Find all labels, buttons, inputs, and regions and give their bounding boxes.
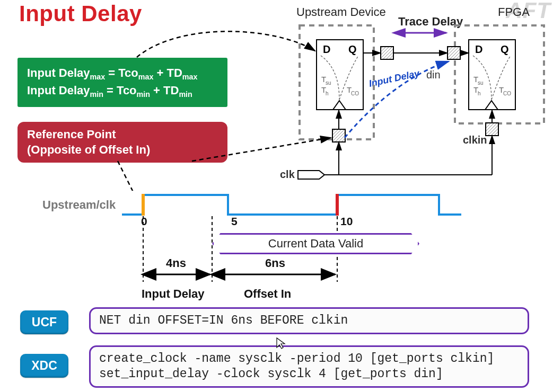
flipflop-upstream: D Q Tsu Th TCO [317,40,363,110]
four-ns-label: 4ns [166,256,186,270]
clkin-label: clkin [463,134,487,146]
tick-5: 5 [231,215,238,228]
svg-rect-21 [381,47,393,59]
mouse-cursor-icon [276,337,286,350]
ucf-button: UCF [20,310,68,334]
ucf-code: NET din OFFSET=IN 6ns BEFORE clkin [89,307,529,334]
six-ns-label: 6ns [265,256,285,270]
svg-rect-22 [447,47,460,59]
din-label: din [426,69,441,81]
svg-text:su: su [478,80,484,86]
svg-text:h: h [478,91,481,96]
svg-rect-24 [486,123,498,136]
svg-rect-34 [142,194,145,216]
xdc-code: create_clock -name sysclk -period 10 [ge… [89,345,529,388]
svg-text:h: h [326,91,329,96]
flipflop-fpga: D Q Tsu Th TCO [469,40,515,110]
svg-text:su: su [326,80,331,86]
schematic-diagram: D Q Tsu Th TCO D Q Tsu Th TCO [0,0,553,191]
svg-rect-23 [332,129,345,142]
svg-text:CO: CO [503,91,511,96]
svg-text:D: D [323,43,330,55]
svg-text:CO: CO [351,91,359,96]
tick-10: 10 [340,215,353,228]
svg-text:Q: Q [501,43,509,55]
svg-rect-35 [336,194,339,216]
data-valid-box: Current Data Valid [212,233,419,254]
svg-text:Q: Q [348,43,357,55]
xdc-button: XDC [20,354,68,378]
tick-0: 0 [141,215,147,228]
clk-label: clk [280,168,295,181]
svg-text:D: D [475,43,482,55]
offset-in-section-label: Offset In [244,287,291,301]
input-delay-section-label: Input Delay [142,287,205,301]
